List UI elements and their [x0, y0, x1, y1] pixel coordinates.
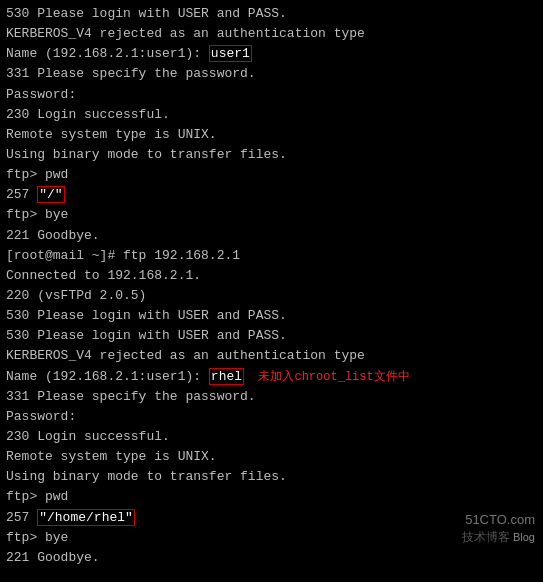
terminal-line: Connected to 192.168.2.1. — [6, 266, 537, 286]
terminal-line: KERBEROS_V4 rejected as an authenticatio… — [6, 346, 537, 366]
terminal-line: 331 Please specify the password. — [6, 387, 537, 407]
terminal-line: 331 Please specify the password. — [6, 64, 537, 84]
terminal-line: 530 Please login with USER and PASS. — [6, 4, 537, 24]
line-text: Name (192.168.2.1:user1): — [6, 369, 209, 384]
terminal-line: 221 Goodbye. — [6, 548, 537, 568]
terminal-line: Password: — [6, 85, 537, 105]
terminal-line: [root@mail ~]# ftp 192.168.2.1 — [6, 246, 537, 266]
highlighted-path-rhel: "/home/rhel" — [37, 509, 135, 526]
terminal-line: 530 Please login with USER and PASS. — [6, 326, 537, 346]
terminal-line: Remote system type is UNIX. — [6, 447, 537, 467]
terminal-line: KERBEROS_V4 rejected as an authenticatio… — [6, 24, 537, 44]
terminal-window: 530 Please login with USER and PASS. KER… — [0, 0, 543, 582]
highlighted-path: "/" — [37, 186, 64, 203]
watermark-site: 51CTO.com — [462, 511, 535, 529]
terminal-line: ftp> pwd — [6, 487, 537, 507]
terminal-line: Remote system type is UNIX. — [6, 125, 537, 145]
watermark: 51CTO.com 技术博客 Blog — [462, 511, 535, 546]
terminal-line: 230 Login successful. — [6, 427, 537, 447]
watermark-sub-text: 技术博客 — [462, 530, 510, 544]
terminal-line: 220 (vsFTPd 2.0.5) — [6, 286, 537, 306]
terminal-line: Using binary mode to transfer files. — [6, 467, 537, 487]
watermark-blog-label: Blog — [513, 531, 535, 543]
terminal-line: ftp> bye — [6, 528, 537, 548]
terminal-line: Name (192.168.2.1:user1): rhel 未加入chroot… — [6, 367, 537, 387]
watermark-sub: 技术博客 Blog — [462, 529, 535, 546]
terminal-line: 257 "/" — [6, 185, 537, 205]
highlighted-username-rhel: rhel — [209, 368, 244, 385]
terminal-line: Name (192.168.2.1:user1): user1 — [6, 44, 537, 64]
chroot-annotation: 未加入chroot_list文件中 — [244, 370, 410, 384]
highlighted-username: user1 — [209, 45, 252, 62]
terminal-line: 230 Login successful. — [6, 105, 537, 125]
terminal-line: ftp> pwd — [6, 165, 537, 185]
terminal-line: Using binary mode to transfer files. — [6, 145, 537, 165]
terminal-line: 530 Please login with USER and PASS. — [6, 306, 537, 326]
line-text: 257 — [6, 187, 37, 202]
line-text: Name (192.168.2.1:user1): — [6, 46, 209, 61]
line-text: 257 — [6, 510, 37, 525]
terminal-line: ftp> bye — [6, 205, 537, 225]
terminal-line: Password: — [6, 407, 537, 427]
terminal-line: 257 "/home/rhel" — [6, 508, 537, 528]
terminal-line: 221 Goodbye. — [6, 226, 537, 246]
